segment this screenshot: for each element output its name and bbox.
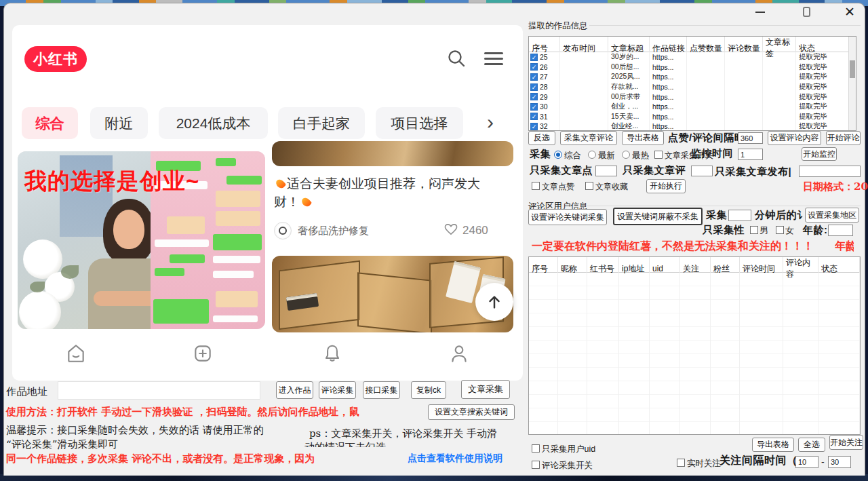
help-link[interactable]: 点击查看软件使用说明 [408, 453, 502, 465]
invert-selection-button[interactable]: 反选 [528, 131, 555, 145]
post-image-strip[interactable] [272, 141, 513, 166]
table-row[interactable]: ✓29 00后求带 https... 提取完毕 [529, 92, 856, 102]
post-title-line1: 适合夫妻创业项目推荐，闷声发大 [287, 176, 480, 191]
start-comment-button[interactable]: 开始评论 [826, 131, 861, 145]
menu-icon[interactable] [484, 52, 503, 65]
row-link: https... [650, 121, 687, 131]
set-search-keywords-button[interactable]: 设置文章搜索关键词 [428, 404, 515, 420]
female-checkbox[interactable] [776, 226, 784, 234]
table-row[interactable]: ✓28 存款就... https... 提取完毕 [529, 82, 856, 92]
avatar-logo [279, 227, 287, 235]
row-num: 32 [540, 122, 548, 130]
age-input[interactable] [828, 225, 853, 236]
follow-interval-from-input[interactable] [795, 456, 818, 468]
collect-article-comments-button[interactable]: 采集文章评论 [560, 131, 617, 145]
collect-minutes-input[interactable] [728, 210, 751, 221]
radio-zuixin[interactable] [588, 151, 596, 159]
table-row[interactable]: ✓27 2025风... https... 提取完毕 [529, 72, 856, 82]
author-name[interactable]: 奢侈品洗护修复 [298, 225, 369, 237]
row-link: https... [650, 72, 687, 82]
maximize-icon [803, 7, 810, 17]
article-collect-button[interactable]: 文章采集 [461, 380, 510, 399]
radio-zonghe[interactable] [554, 151, 562, 159]
usage-instructions-red: 使用方法：打开软件 手动过一下滑块验证 ，扫码登陆。然后访问作品地址，鼠 [6, 406, 359, 419]
follow-interval-to-input[interactable] [828, 456, 851, 468]
row-checkbox[interactable]: ✓ [530, 103, 538, 111]
close-button[interactable]: ✕ [840, 3, 860, 20]
table-row[interactable]: ✓31 15天卖... https... 提取完毕 [529, 112, 856, 122]
only-collect-uid-checkbox[interactable] [532, 444, 540, 453]
monitor-time-input[interactable] [738, 149, 763, 160]
search-icon[interactable] [446, 48, 467, 69]
tab-xiangmuxuanze[interactable]: 项目选择 [376, 107, 463, 139]
tabs-more-chevron-icon[interactable]: › [487, 111, 494, 134]
tab-2024dichengben[interactable]: 2024低成本 [159, 107, 268, 139]
tab-baishouqijia[interactable]: 白手起家 [278, 107, 365, 139]
female-label: 女 [785, 225, 794, 237]
table-row[interactable]: ✓25 30岁的... https... 提取完毕 [529, 52, 856, 62]
row-link: https... [650, 92, 687, 102]
radio-zuire[interactable] [622, 151, 630, 159]
row-num: 31 [540, 113, 548, 121]
minimize-button[interactable] [750, 5, 770, 20]
only-collect-publish-input[interactable] [799, 166, 861, 177]
scroll-to-top-button[interactable] [475, 283, 513, 321]
maximize-button[interactable] [796, 3, 816, 20]
author-avatar[interactable] [274, 222, 292, 239]
select-all-button[interactable]: 全选 [798, 438, 825, 452]
export-users-table-button[interactable]: 导出表格 [752, 438, 794, 452]
start-execute-button[interactable]: 开始执行 [646, 179, 686, 193]
article-favorite-checkbox[interactable] [585, 182, 593, 190]
interval-input[interactable] [738, 132, 763, 144]
tab-zonghe[interactable]: 综合 [22, 107, 78, 139]
comment-collect-switch-checkbox[interactable] [532, 461, 540, 469]
comment-collect-button[interactable]: 评论采集 [319, 381, 356, 399]
set-comment-content-button[interactable]: 设置评论内容 [768, 131, 821, 145]
start-monitor-button[interactable]: 开始监控 [802, 147, 837, 161]
post-card-left[interactable]: 我的选择是创业~ [18, 151, 265, 329]
tab-fujin[interactable]: 附近 [90, 107, 148, 139]
set-collect-region-button[interactable]: 设置采集地区 [805, 208, 859, 223]
only-collect-likes-input[interactable] [595, 166, 617, 176]
article-collect-switch-checkbox[interactable] [654, 151, 663, 159]
row-checkbox[interactable]: ✓ [530, 73, 538, 81]
only-collect-comments-input[interactable] [691, 166, 713, 176]
copy-ck-button[interactable]: 复制ck [411, 381, 446, 399]
post-title-line2: 财！ [274, 195, 300, 209]
create-post-icon[interactable] [192, 343, 214, 364]
work-address-input[interactable] [58, 381, 260, 400]
like-heart-icon[interactable] [443, 223, 458, 236]
article-like-checkbox[interactable] [532, 182, 540, 190]
api-collect-button[interactable]: 接口采集 [363, 381, 400, 399]
set-comment-keyword-collect-button[interactable]: 设置评论关键词采集 [528, 209, 607, 225]
row-checkbox[interactable]: ✓ [530, 63, 538, 71]
home-icon[interactable] [65, 343, 87, 364]
tab-label: 白手起家 [293, 114, 350, 133]
row-checkbox[interactable]: ✓ [530, 113, 538, 120]
table-row[interactable]: ✓32 创业经... https... 提取完毕 [529, 121, 856, 131]
row-checkbox[interactable]: ✓ [530, 54, 538, 61]
embedded-browser: 小红书 综合 附近 2024低成本 白手起家 项目选择 › [12, 25, 523, 381]
realtime-follow-checkbox[interactable] [677, 459, 685, 467]
table-row[interactable]: ✓30 创业，... https... 提取完毕 [529, 102, 856, 112]
scrollbar-thumb[interactable] [850, 60, 855, 78]
post-title[interactable]: 适合夫妻创业项目推荐，闷声发大 财！ [274, 174, 510, 211]
row-checkbox[interactable]: ✓ [530, 123, 538, 130]
profile-icon[interactable] [448, 343, 470, 364]
row-checkbox[interactable]: ✓ [530, 83, 538, 91]
table-row[interactable]: ✓26 00后想... https... 提取完毕 [529, 62, 856, 73]
enter-work-button[interactable]: 进入作品 [276, 381, 313, 399]
monitor-time-label: 监控时间 [691, 147, 733, 160]
only-collect-likes-label: 只采集文章点 [530, 164, 593, 177]
row-title: 15天卖... [608, 112, 650, 122]
set-keyword-block-button[interactable]: 设置关键词屏蔽不采集 [613, 208, 703, 225]
start-follow-button[interactable]: 开始关注 [829, 435, 863, 450]
tab-label: 项目选择 [391, 114, 448, 133]
leaf-decoration [61, 265, 79, 279]
table-scrollbar[interactable] [848, 37, 856, 130]
row-num: 28 [540, 83, 548, 91]
row-checkbox[interactable]: ✓ [530, 93, 538, 100]
male-checkbox[interactable] [750, 226, 758, 234]
export-table-button[interactable]: 导出表格 [622, 131, 664, 145]
notifications-bell-icon[interactable] [321, 343, 343, 364]
